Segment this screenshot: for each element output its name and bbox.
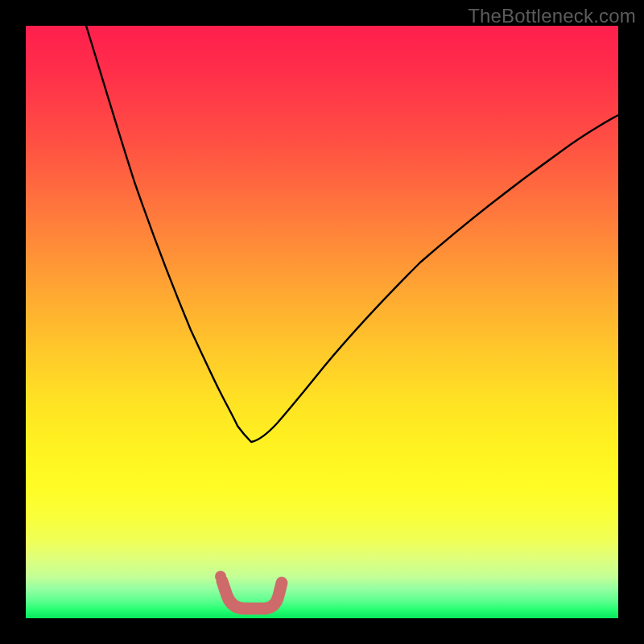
chart-area — [26, 26, 618, 618]
plot-svg — [26, 26, 618, 618]
watermark-text: TheBottleneck.com — [468, 5, 636, 27]
marker-u — [222, 581, 282, 609]
bottleneck-curve — [86, 26, 618, 442]
